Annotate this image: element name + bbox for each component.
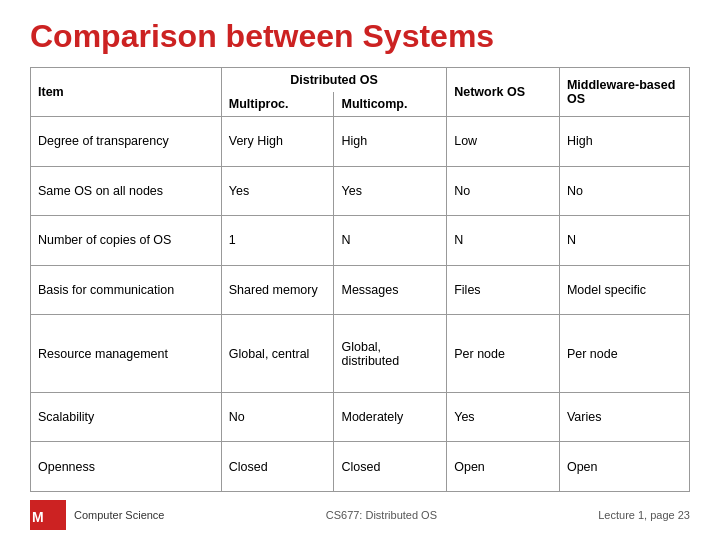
cell-middleware: Open xyxy=(559,442,689,492)
cell-multiproc: Yes xyxy=(221,166,334,216)
cell-item: Basis for communication xyxy=(31,265,222,315)
footer-left: M Computer Science xyxy=(30,500,165,530)
cell-multicomp: Closed xyxy=(334,442,447,492)
cell-network-os: Yes xyxy=(447,392,560,442)
cell-multicomp: Messages xyxy=(334,265,447,315)
table-row: ScalabilityNoModeratelyYesVaries xyxy=(31,392,690,442)
table-row: Same OS on all nodesYesYesNoNo xyxy=(31,166,690,216)
cell-multicomp: Yes xyxy=(334,166,447,216)
cell-network-os: Low xyxy=(447,117,560,167)
cell-item: Scalability xyxy=(31,392,222,442)
cell-middleware: Model specific xyxy=(559,265,689,315)
table-row: Basis for communicationShared memoryMess… xyxy=(31,265,690,315)
cell-item: Resource management xyxy=(31,315,222,392)
cell-middleware: No xyxy=(559,166,689,216)
table-row: Resource managementGlobal, centralGlobal… xyxy=(31,315,690,392)
comparison-table: Item Distributed OS Network OS Middlewar… xyxy=(30,67,690,492)
cell-multicomp: N xyxy=(334,216,447,266)
table-row: Degree of transparencyVery HighHighLowHi… xyxy=(31,117,690,167)
cell-item: Openness xyxy=(31,442,222,492)
cell-multiproc: Shared memory xyxy=(221,265,334,315)
cell-network-os: Files xyxy=(447,265,560,315)
cell-middleware: Per node xyxy=(559,315,689,392)
cell-item: Same OS on all nodes xyxy=(31,166,222,216)
table-row: Number of copies of OS1NNN xyxy=(31,216,690,266)
cell-middleware: High xyxy=(559,117,689,167)
cell-multicomp: Global, distributed xyxy=(334,315,447,392)
page: Comparison between Systems Item Distribu… xyxy=(0,0,720,540)
cell-network-os: N xyxy=(447,216,560,266)
table-body: Degree of transparencyVery HighHighLowHi… xyxy=(31,117,690,492)
footer-dept: Computer Science xyxy=(74,509,165,521)
col-header-multiproc: Multiproc. xyxy=(221,92,334,117)
footer: M Computer Science CS677: Distributed OS… xyxy=(30,500,690,530)
umass-logo: M xyxy=(30,500,66,530)
col-header-distributed-os: Distributed OS xyxy=(221,68,446,93)
svg-text:M: M xyxy=(32,509,44,525)
cell-network-os: Per node xyxy=(447,315,560,392)
cell-network-os: No xyxy=(447,166,560,216)
cell-multiproc: Very High xyxy=(221,117,334,167)
cell-multiproc: Global, central xyxy=(221,315,334,392)
cell-multiproc: 1 xyxy=(221,216,334,266)
col-header-item: Item xyxy=(31,68,222,117)
cell-item: Degree of transparency xyxy=(31,117,222,167)
footer-course: CS677: Distributed OS xyxy=(326,509,437,521)
table-header-row-1: Item Distributed OS Network OS Middlewar… xyxy=(31,68,690,93)
cell-middleware: Varies xyxy=(559,392,689,442)
col-header-multicomp: Multicomp. xyxy=(334,92,447,117)
cell-item: Number of copies of OS xyxy=(31,216,222,266)
col-header-network-os: Network OS xyxy=(447,68,560,117)
cell-multiproc: Closed xyxy=(221,442,334,492)
cell-network-os: Open xyxy=(447,442,560,492)
cell-middleware: N xyxy=(559,216,689,266)
cell-multiproc: No xyxy=(221,392,334,442)
footer-page: Lecture 1, page 23 xyxy=(598,509,690,521)
page-title: Comparison between Systems xyxy=(30,18,690,55)
col-header-middleware: Middleware-based OS xyxy=(559,68,689,117)
cell-multicomp: High xyxy=(334,117,447,167)
cell-multicomp: Moderately xyxy=(334,392,447,442)
table-row: OpennessClosedClosedOpenOpen xyxy=(31,442,690,492)
